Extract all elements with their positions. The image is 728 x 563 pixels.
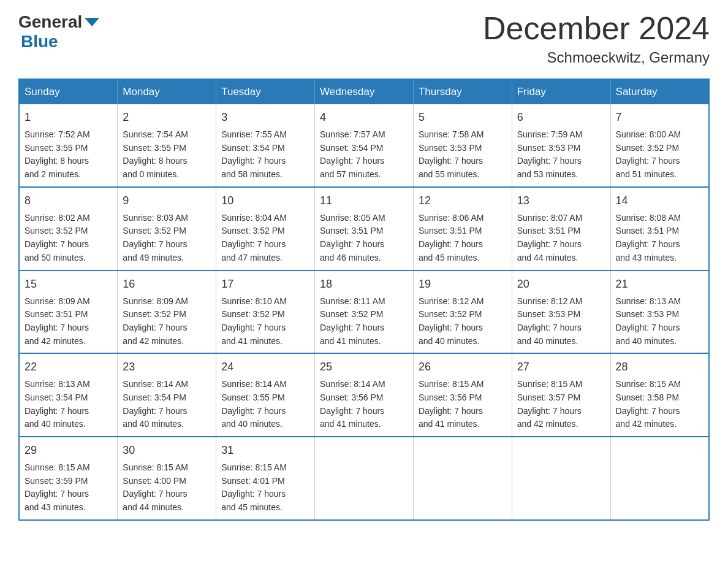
day-number: 26: [419, 359, 507, 375]
day-number: 17: [221, 276, 309, 293]
day-info: Sunrise: 8:09 AM Sunset: 3:52 PM Dayligh…: [123, 295, 211, 348]
day-number: 25: [320, 359, 408, 375]
day-info: Sunrise: 7:57 AM Sunset: 3:54 PM Dayligh…: [320, 128, 408, 182]
page-header: General Blue December 2024 Schmoeckwitz,…: [18, 12, 710, 66]
day-info: Sunrise: 8:15 AM Sunset: 3:59 PM Dayligh…: [25, 461, 112, 515]
calendar-cell: 29 Sunrise: 8:15 AM Sunset: 3:59 PM Dayl…: [19, 437, 118, 520]
day-info: Sunrise: 8:12 AM Sunset: 3:52 PM Dayligh…: [419, 295, 507, 348]
col-sunday: Sunday: [19, 79, 118, 104]
day-info: Sunrise: 8:14 AM Sunset: 3:54 PM Dayligh…: [123, 378, 211, 431]
calendar-cell: 17 Sunrise: 8:10 AM Sunset: 3:52 PM Dayl…: [216, 270, 315, 354]
calendar-cell: 11 Sunrise: 8:05 AM Sunset: 3:51 PM Dayl…: [315, 187, 414, 270]
calendar-cell: 23 Sunrise: 8:14 AM Sunset: 3:54 PM Dayl…: [118, 353, 216, 437]
day-number: 3: [221, 109, 309, 126]
day-number: 30: [123, 442, 211, 459]
day-info: Sunrise: 8:09 AM Sunset: 3:51 PM Dayligh…: [25, 295, 112, 348]
calendar-cell: 9 Sunrise: 8:03 AM Sunset: 3:52 PM Dayli…: [118, 187, 216, 270]
day-info: Sunrise: 7:54 AM Sunset: 3:55 PM Dayligh…: [123, 128, 211, 182]
calendar-header-row: Sunday Monday Tuesday Wednesday Thursday…: [19, 79, 709, 104]
day-number: 4: [320, 109, 408, 126]
col-thursday: Thursday: [413, 79, 512, 104]
day-info: Sunrise: 7:58 AM Sunset: 3:53 PM Dayligh…: [419, 128, 507, 182]
calendar-cell: [315, 437, 414, 520]
col-monday: Monday: [118, 79, 216, 104]
calendar-cell: 18 Sunrise: 8:11 AM Sunset: 3:52 PM Dayl…: [315, 270, 414, 354]
calendar-cell: 2 Sunrise: 7:54 AM Sunset: 3:55 PM Dayli…: [118, 104, 216, 187]
calendar-week-row: 8 Sunrise: 8:02 AM Sunset: 3:52 PM Dayli…: [19, 187, 709, 270]
calendar-cell: 6 Sunrise: 7:59 AM Sunset: 3:53 PM Dayli…: [512, 104, 610, 187]
calendar-cell: 24 Sunrise: 8:14 AM Sunset: 3:55 PM Dayl…: [216, 353, 315, 437]
calendar-cell: 20 Sunrise: 8:12 AM Sunset: 3:53 PM Dayl…: [512, 270, 610, 354]
day-number: 19: [419, 276, 507, 293]
day-info: Sunrise: 8:05 AM Sunset: 3:51 PM Dayligh…: [320, 212, 408, 265]
day-info: Sunrise: 8:12 AM Sunset: 3:53 PM Dayligh…: [517, 295, 605, 348]
day-info: Sunrise: 7:52 AM Sunset: 3:55 PM Dayligh…: [25, 128, 112, 182]
day-info: Sunrise: 8:14 AM Sunset: 3:55 PM Dayligh…: [221, 378, 309, 431]
day-number: 24: [221, 359, 309, 375]
day-info: Sunrise: 8:15 AM Sunset: 3:58 PM Dayligh…: [616, 378, 703, 431]
day-number: 2: [123, 109, 211, 126]
day-number: 14: [616, 193, 703, 209]
day-number: 15: [25, 276, 112, 293]
day-number: 7: [616, 109, 703, 126]
day-number: 1: [25, 109, 112, 126]
day-number: 27: [517, 359, 605, 375]
day-number: 5: [419, 109, 507, 126]
day-info: Sunrise: 8:15 AM Sunset: 3:56 PM Dayligh…: [419, 378, 507, 431]
calendar-cell: 13 Sunrise: 8:07 AM Sunset: 3:51 PM Dayl…: [512, 187, 610, 270]
day-number: 16: [123, 276, 211, 293]
day-info: Sunrise: 8:10 AM Sunset: 3:52 PM Dayligh…: [221, 295, 309, 348]
day-info: Sunrise: 8:14 AM Sunset: 3:56 PM Dayligh…: [320, 378, 408, 431]
calendar-week-row: 1 Sunrise: 7:52 AM Sunset: 3:55 PM Dayli…: [19, 104, 709, 187]
day-number: 13: [517, 193, 605, 209]
calendar-cell: 30 Sunrise: 8:15 AM Sunset: 4:00 PM Dayl…: [118, 437, 216, 520]
day-number: 22: [25, 359, 112, 375]
calendar-cell: 5 Sunrise: 7:58 AM Sunset: 3:53 PM Dayli…: [413, 104, 512, 187]
day-info: Sunrise: 8:13 AM Sunset: 3:54 PM Dayligh…: [25, 378, 112, 431]
day-info: Sunrise: 8:11 AM Sunset: 3:52 PM Dayligh…: [320, 295, 408, 348]
day-info: Sunrise: 8:00 AM Sunset: 3:52 PM Dayligh…: [616, 128, 703, 182]
calendar-cell: 19 Sunrise: 8:12 AM Sunset: 3:52 PM Dayl…: [413, 270, 512, 354]
calendar-cell: 3 Sunrise: 7:55 AM Sunset: 3:54 PM Dayli…: [216, 104, 315, 187]
month-title: December 2024: [483, 12, 710, 44]
day-number: 29: [25, 442, 112, 459]
calendar-cell: 12 Sunrise: 8:06 AM Sunset: 3:51 PM Dayl…: [413, 187, 512, 270]
calendar-cell: 27 Sunrise: 8:15 AM Sunset: 3:57 PM Dayl…: [512, 353, 610, 437]
day-info: Sunrise: 8:03 AM Sunset: 3:52 PM Dayligh…: [123, 212, 211, 265]
day-info: Sunrise: 8:13 AM Sunset: 3:53 PM Dayligh…: [616, 295, 703, 348]
calendar-cell: 31 Sunrise: 8:15 AM Sunset: 4:01 PM Dayl…: [216, 437, 315, 520]
day-number: 31: [221, 442, 309, 459]
day-number: 28: [616, 359, 703, 375]
day-info: Sunrise: 8:06 AM Sunset: 3:51 PM Dayligh…: [419, 212, 507, 265]
logo-general-text: General: [18, 12, 82, 32]
calendar-cell: 4 Sunrise: 7:57 AM Sunset: 3:54 PM Dayli…: [315, 104, 414, 187]
day-info: Sunrise: 8:15 AM Sunset: 3:57 PM Dayligh…: [517, 378, 605, 431]
title-section: December 2024 Schmoeckwitz, Germany: [483, 12, 710, 66]
calendar-cell: [512, 437, 610, 520]
day-info: Sunrise: 7:55 AM Sunset: 3:54 PM Dayligh…: [221, 128, 309, 182]
day-number: 23: [123, 359, 211, 375]
logo: General Blue: [18, 12, 99, 52]
logo-blue-text: Blue: [21, 32, 58, 52]
calendar-cell: 21 Sunrise: 8:13 AM Sunset: 3:53 PM Dayl…: [610, 270, 709, 354]
calendar-cell: 1 Sunrise: 7:52 AM Sunset: 3:55 PM Dayli…: [19, 104, 118, 187]
day-number: 10: [221, 193, 309, 209]
day-number: 21: [616, 276, 703, 293]
location: Schmoeckwitz, Germany: [483, 49, 710, 66]
calendar-cell: [413, 437, 512, 520]
day-info: Sunrise: 8:07 AM Sunset: 3:51 PM Dayligh…: [517, 212, 605, 265]
day-info: Sunrise: 7:59 AM Sunset: 3:53 PM Dayligh…: [517, 128, 605, 182]
calendar-cell: [610, 437, 709, 520]
col-saturday: Saturday: [610, 79, 709, 104]
calendar-week-row: 15 Sunrise: 8:09 AM Sunset: 3:51 PM Dayl…: [19, 270, 709, 354]
calendar-cell: 22 Sunrise: 8:13 AM Sunset: 3:54 PM Dayl…: [19, 353, 118, 437]
col-tuesday: Tuesday: [216, 79, 315, 104]
calendar-cell: 7 Sunrise: 8:00 AM Sunset: 3:52 PM Dayli…: [610, 104, 709, 187]
calendar-cell: 14 Sunrise: 8:08 AM Sunset: 3:51 PM Dayl…: [610, 187, 709, 270]
calendar-week-row: 29 Sunrise: 8:15 AM Sunset: 3:59 PM Dayl…: [19, 437, 709, 520]
day-number: 20: [517, 276, 605, 293]
calendar-cell: 16 Sunrise: 8:09 AM Sunset: 3:52 PM Dayl…: [118, 270, 216, 354]
day-number: 6: [517, 109, 605, 126]
col-wednesday: Wednesday: [315, 79, 414, 104]
day-number: 8: [25, 193, 112, 209]
